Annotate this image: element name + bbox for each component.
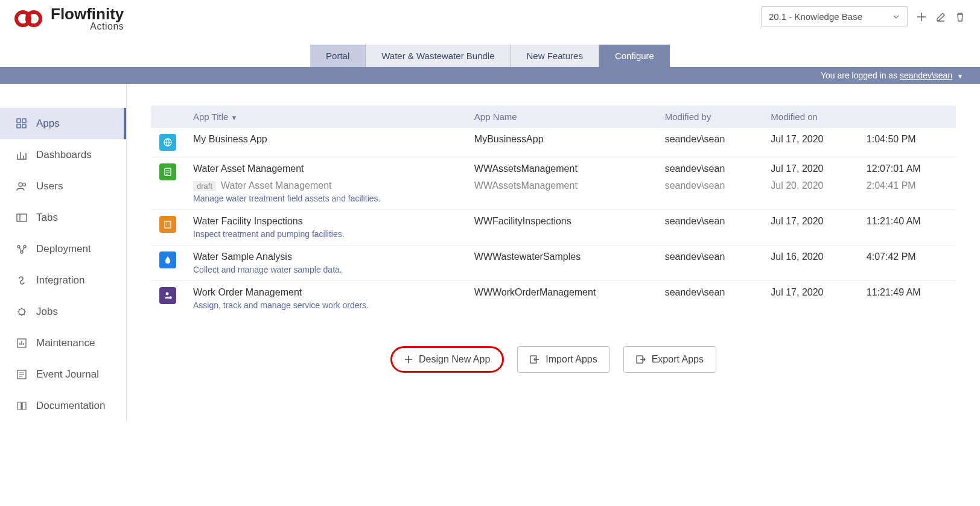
brand-logo: Flowfinity Actions [14, 6, 124, 31]
users-icon [16, 180, 28, 192]
cell-title: My Business App [185, 128, 466, 157]
sidebar-item-dashboards[interactable]: Dashboards [0, 139, 126, 171]
cell-name: WWWastewaterSamples [466, 245, 657, 281]
sidebar-item-integration[interactable]: Integration [0, 265, 126, 296]
apps-table: App Title▼ App Name Modified by Modified… [151, 106, 956, 316]
sidebar-item-documentation[interactable]: Documentation [0, 390, 126, 422]
table-row[interactable]: Work Order Management Assign, track and … [151, 281, 956, 317]
cell-desc: Collect and manage water sample data. [193, 265, 457, 274]
design-new-app-button[interactable]: Design New App [390, 346, 504, 373]
button-label: Import Apps [546, 354, 597, 365]
draft-title: Water Asset Management [221, 180, 332, 191]
cell-modby: seandev\sean [657, 245, 763, 281]
table-row[interactable]: My Business App MyBusinessApp seandev\se… [151, 128, 956, 157]
cell-desc: Manage water treatment field assets and … [193, 194, 457, 203]
sidebar-item-apps[interactable]: Apps [0, 108, 126, 139]
cell-time: 11:21:40 AM [858, 210, 956, 245]
cell-time: 1:04:50 PM [858, 128, 956, 157]
kb-version-dropdown[interactable]: 20.1 - Knowledge Base [761, 6, 908, 27]
svg-point-19 [169, 296, 171, 299]
cell-date: Jul 16, 2020 [762, 245, 858, 281]
draft-name: WWAssetsManagement [474, 180, 648, 191]
sidebar-item-label: Deployment [36, 243, 91, 255]
integration-icon [16, 274, 28, 286]
tab-bundle[interactable]: Water & Wastewater Bundle [366, 45, 511, 67]
sidebar: Apps Dashboards Users Tabs Deployment In… [0, 84, 127, 422]
table-row[interactable]: Water Sample Analysis Collect and manage… [151, 245, 956, 281]
table-row[interactable]: Water Facility Inspections Inspect treat… [151, 210, 956, 245]
login-prefix: You are logged in as [821, 71, 900, 80]
svg-point-7 [23, 183, 26, 186]
cell-date: Jul 17, 2020 [762, 210, 858, 245]
table-row[interactable]: Water Asset Management draftWater Asset … [151, 157, 956, 210]
button-label: Design New App [419, 354, 490, 365]
logo-rings-icon [14, 9, 47, 28]
trash-icon[interactable] [955, 11, 966, 22]
cell-title: Work Order Management [193, 287, 457, 298]
login-user-link[interactable]: seandev\sean [900, 71, 952, 80]
cell-date: Jul 17, 2020 [762, 281, 858, 317]
edit-icon[interactable] [935, 11, 946, 22]
cell-name: WWFacilityInspections [466, 210, 657, 245]
export-icon [636, 355, 646, 364]
add-icon[interactable] [916, 11, 927, 22]
cell-time: 12:07:01 AM [867, 163, 947, 174]
cell-modby: seandev\sean [657, 128, 763, 157]
tab-portal[interactable]: Portal [310, 45, 366, 67]
tab-new-features[interactable]: New Features [511, 45, 599, 67]
export-apps-button[interactable]: Export Apps [623, 346, 716, 373]
sidebar-item-tabs[interactable]: Tabs [0, 202, 126, 233]
app-icon-building [159, 216, 176, 233]
svg-rect-2 [17, 119, 21, 122]
import-icon [530, 355, 539, 364]
sidebar-item-label: Tabs [36, 212, 58, 224]
login-status-bar: You are logged in as seandev\sean ▼ [0, 67, 980, 84]
col-header-modby[interactable]: Modified by [657, 106, 763, 128]
sidebar-item-jobs[interactable]: Jobs [0, 296, 126, 327]
app-icon-clipboard [159, 163, 176, 180]
cell-title: Water Facility Inspections [193, 216, 457, 227]
cell-modby: seandev\sean [665, 163, 754, 174]
cell-desc: Assign, track and manage service work or… [193, 300, 457, 310]
svg-rect-3 [22, 119, 26, 122]
sidebar-item-maintenance[interactable]: Maintenance [0, 327, 126, 359]
cell-modby: seandev\sean [657, 281, 763, 317]
draft-badge: draft [193, 181, 216, 191]
sort-desc-icon: ▼ [231, 114, 237, 121]
cell-date: Jul 17, 2020 [762, 128, 858, 157]
col-header-name[interactable]: App Name [466, 106, 657, 128]
col-header-title[interactable]: App Title▼ [185, 106, 466, 128]
cell-title: Water Asset Management [193, 163, 457, 174]
sidebar-item-users[interactable]: Users [0, 171, 126, 202]
brand-sub: Actions [90, 22, 124, 31]
sidebar-item-event-journal[interactable]: Event Journal [0, 359, 126, 390]
svg-rect-5 [22, 124, 26, 128]
draft-date: Jul 20, 2020 [771, 180, 850, 191]
import-apps-button[interactable]: Import Apps [517, 346, 609, 373]
sidebar-item-label: Dashboards [36, 149, 92, 161]
col-header-modon[interactable]: Modified on [762, 106, 956, 128]
cell-name: WWAssetsManagement [474, 163, 648, 174]
sidebar-item-label: Apps [36, 118, 60, 130]
tab-configure[interactable]: Configure [599, 45, 670, 67]
chevron-down-icon [892, 13, 900, 21]
plus-icon [404, 355, 413, 364]
apps-icon [16, 118, 28, 130]
sidebar-item-label: Maintenance [36, 337, 95, 349]
svg-rect-4 [17, 124, 21, 128]
main-tabs: Portal Water & Wastewater Bundle New Fea… [310, 45, 670, 67]
event-journal-icon [16, 368, 28, 381]
button-label: Export Apps [652, 354, 704, 365]
kb-version-label: 20.1 - Knowledge Base [769, 11, 862, 22]
dashboards-icon [16, 149, 28, 161]
cell-desc: Inspect treatment and pumping facilities… [193, 229, 457, 239]
app-icon-drop [159, 251, 176, 268]
svg-rect-8 [17, 214, 27, 221]
brand-name: Flowfinity [51, 6, 124, 22]
sidebar-item-label: Jobs [36, 306, 58, 318]
sidebar-item-label: Users [36, 180, 63, 192]
sidebar-item-deployment[interactable]: Deployment [0, 233, 126, 265]
caret-down-icon: ▼ [957, 73, 963, 80]
sidebar-item-label: Integration [36, 274, 84, 286]
maintenance-icon [16, 337, 28, 349]
